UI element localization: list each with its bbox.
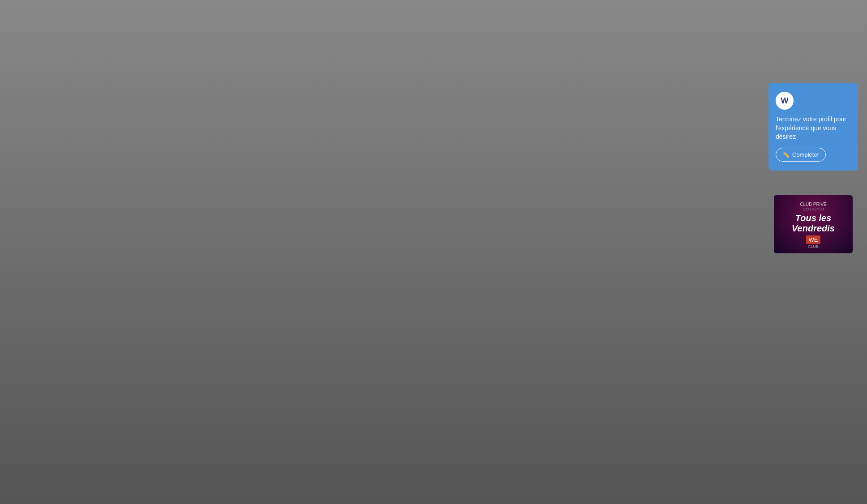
complete-profile-button[interactable]: ✏️ Compléter (776, 148, 826, 162)
pencil-icon-small: ✏️ (782, 151, 790, 158)
wyylde-logo-small: W (776, 92, 794, 110)
profiles-grid-row2: ··· ··· ··· (155, 286, 752, 372)
main-content: 📷 Le Passion Homme hétéro Faites vous ce… (0, 74, 867, 389)
club-label: CLUB (778, 244, 848, 249)
program-text: CLUB PRIVÉ DÈS 22H30 Tous les Vendredis … (778, 202, 848, 249)
time-label: DÈS 22H30 (778, 207, 848, 211)
feed-section: Zapping | #LCS | Nouveaux ↻ (148, 149, 760, 380)
complete-profile-text: Terminez votre profil pour l'expérience … (776, 115, 851, 141)
program-image[interactable]: CLUB PRIVÉ DÈS 22H30 Tous les Vendredis … (774, 195, 853, 253)
thumb-photo-indoor (608, 287, 752, 359)
profile-card-row2-4[interactable]: ··· (607, 286, 753, 372)
complete-btn-label: Compléter (792, 151, 819, 158)
complete-profile-card: W Terminez votre profil pour l'expérienc… (768, 83, 858, 171)
venue-label: CLUB PRIVÉ (778, 202, 848, 207)
we-logo: WE CLUB (778, 236, 848, 249)
center-content: 🖼 [Exprimez-vous] Que souhaitez-vous pub… (148, 83, 760, 380)
event-label: Tous les Vendredis (778, 213, 848, 234)
